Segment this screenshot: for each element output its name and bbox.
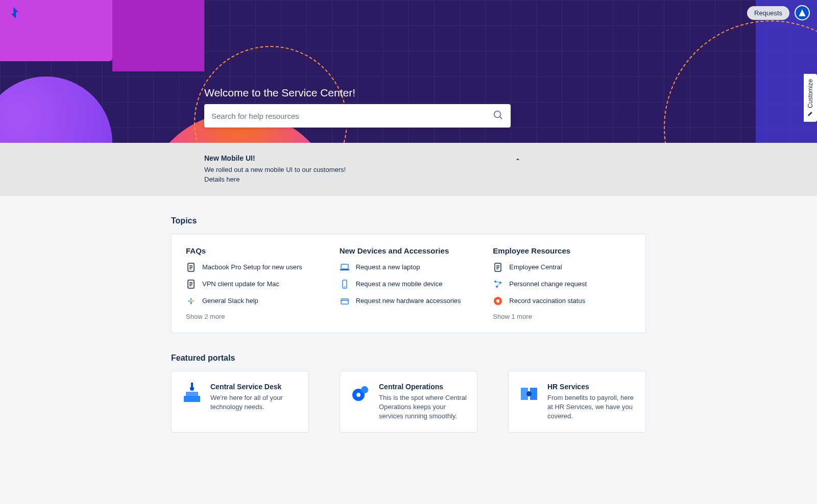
topic-item[interactable]: Request new hardware accessories	[340, 296, 478, 306]
portals-grid: Central Service DeskWe're here for all o…	[171, 371, 646, 433]
doc-icon	[186, 262, 196, 272]
portal-card[interactable]: Central Service DeskWe're here for all o…	[171, 371, 309, 433]
portal-title: HR Services	[547, 383, 636, 391]
svg-rect-30	[184, 396, 200, 402]
hero-banner: Requests Welcome to the Service Center! …	[0, 0, 817, 143]
svg-rect-33	[191, 383, 193, 388]
announcement-title: New Mobile UI!	[204, 154, 521, 162]
portal-desc: From benefits to payroll, here at HR Ser…	[547, 393, 636, 421]
svg-rect-14	[341, 264, 348, 269]
svg-point-36	[356, 393, 361, 397]
topic-column-title: Employee Resources	[493, 246, 631, 255]
topics-heading: Topics	[171, 216, 646, 225]
topic-item[interactable]: Request a new laptop	[340, 262, 478, 272]
doc-icon	[186, 279, 196, 289]
topic-item-label: Request new hardware accessories	[356, 297, 461, 305]
ops-icon	[349, 383, 372, 405]
customize-button[interactable]: Customize	[804, 74, 817, 122]
svg-line-28	[497, 283, 500, 287]
topic-item[interactable]: General Slack help	[186, 296, 324, 306]
topic-item[interactable]: Record vaccination status	[493, 296, 631, 306]
svg-point-39	[526, 391, 532, 396]
nodes-icon	[493, 279, 503, 289]
portal-title: Central Service Desk	[210, 383, 299, 391]
customize-label: Customize	[807, 79, 814, 108]
slack-icon	[186, 296, 196, 306]
svg-rect-31	[186, 392, 198, 396]
svg-rect-18	[341, 299, 348, 304]
topic-item-label: Macbook Pro Setup for new users	[202, 263, 302, 271]
topics-card: FAQsMacbook Pro Setup for new usersVPN c…	[171, 234, 646, 333]
box-icon	[340, 296, 350, 306]
topic-column-title: FAQs	[186, 246, 324, 255]
topic-item-label: Employee Central	[509, 263, 562, 271]
svg-rect-10	[188, 300, 190, 301]
servicedesk-icon	[181, 383, 203, 405]
avatar[interactable]	[795, 5, 810, 20]
search-icon[interactable]	[492, 109, 503, 122]
svg-point-17	[344, 286, 345, 287]
topic-column: FAQsMacbook Pro Setup for new usersVPN c…	[186, 246, 324, 320]
svg-rect-12	[190, 298, 191, 300]
svg-line-1	[500, 117, 502, 119]
heart-icon	[493, 296, 503, 306]
topic-item-label: Personnel change request	[509, 280, 587, 288]
phone-icon	[340, 279, 350, 289]
doc-icon	[493, 262, 503, 272]
portal-card[interactable]: HR ServicesFrom benefits to payroll, her…	[508, 371, 646, 433]
portal-title: Central Operations	[379, 383, 468, 391]
portal-desc: We're here for all of your technology ne…	[210, 393, 299, 412]
topic-column: Employee ResourcesEmployee CentralPerson…	[493, 246, 631, 320]
topic-item[interactable]: Employee Central	[493, 262, 631, 272]
show-more-link[interactable]: Show 2 more	[186, 313, 324, 320]
topic-column-title: New Devices and Accessories	[340, 246, 478, 255]
requests-button[interactable]: Requests	[747, 6, 789, 20]
collapse-button[interactable]	[515, 155, 521, 164]
portal-desc: This is the spot where Central Operation…	[379, 393, 468, 421]
svg-rect-13	[190, 301, 191, 304]
topic-item[interactable]: Personnel change request	[493, 279, 631, 289]
laptop-icon	[340, 262, 350, 272]
topic-column: New Devices and AccessoriesRequest a new…	[340, 246, 478, 320]
topic-item-label: Request a new mobile device	[356, 280, 443, 288]
topic-item-label: General Slack help	[202, 297, 258, 305]
svg-rect-11	[191, 300, 194, 301]
chevron-up-icon	[515, 155, 521, 164]
topic-item-label: Request a new laptop	[356, 263, 420, 271]
topic-item-label: Record vaccination status	[509, 297, 585, 305]
topic-item-label: VPN client update for Mac	[202, 280, 279, 288]
app-logo-icon[interactable]	[8, 6, 21, 21]
topic-item[interactable]: VPN client update for Mac	[186, 279, 324, 289]
announcement-bar: New Mobile UI! We rolled out a new mobil…	[0, 143, 817, 196]
topic-item[interactable]: Macbook Pro Setup for new users	[186, 262, 324, 272]
hr-icon	[518, 383, 540, 405]
announcement-text-1: We rolled out a new mobile UI to our cus…	[204, 165, 521, 175]
topic-item[interactable]: Request a new mobile device	[340, 279, 478, 289]
featured-heading: Featured portals	[171, 354, 646, 363]
show-more-link[interactable]: Show 1 more	[493, 313, 631, 320]
search-box[interactable]	[204, 104, 511, 128]
svg-point-35	[361, 386, 368, 393]
announcement-link[interactable]: Details here	[204, 175, 521, 185]
svg-point-0	[494, 111, 501, 118]
search-input[interactable]	[211, 112, 492, 120]
portal-card[interactable]: Central OperationsThis is the spot where…	[340, 371, 477, 433]
page-title: Welcome to the Service Center!	[204, 87, 511, 99]
